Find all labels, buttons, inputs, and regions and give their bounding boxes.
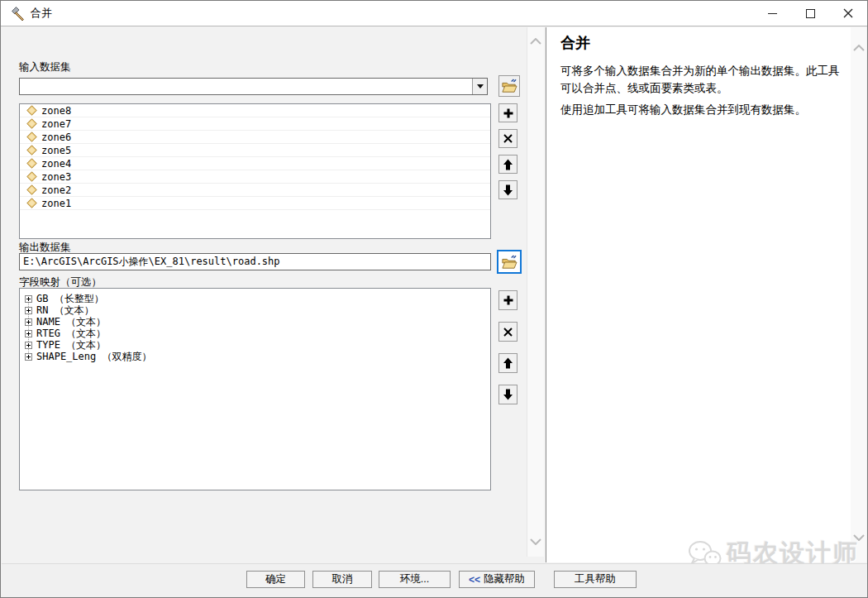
help-panel: 合并 可将多个输入数据集合并为新的单个输出数据集。此工具可以合并点、线或面要素类… — [546, 27, 851, 562]
list-item-label: zone4 — [41, 158, 71, 170]
dropdown-arrow-icon — [477, 84, 484, 89]
expand-plus-icon[interactable] — [25, 353, 32, 361]
parameters-pane: 输入数据集 zone8 zone7 — [2, 27, 526, 562]
x-icon — [503, 134, 513, 143]
maximize-icon — [806, 9, 815, 18]
footer-bar: 确定 取消 环境... << 隐藏帮助 工具帮助 — [2, 563, 867, 597]
list-item-label: zone8 — [41, 105, 71, 117]
add-field-button[interactable] — [498, 290, 517, 310]
input-datasets-list[interactable]: zone8 zone7 zone6 zone5 zone4 zone3 — [19, 103, 491, 239]
tool-help-button-label: 工具帮助 — [575, 572, 616, 586]
list-item[interactable]: zone7 — [20, 117, 490, 131]
environments-button-label: 环境... — [400, 572, 429, 586]
down-arrow-icon — [503, 184, 513, 196]
scroll-up-icon[interactable] — [851, 41, 866, 55]
browse-output-button[interactable] — [497, 250, 522, 274]
ok-button[interactable]: 确定 — [246, 571, 305, 588]
input-datasets-combobox[interactable] — [19, 78, 488, 95]
add-input-button[interactable] — [498, 103, 517, 122]
minimize-icon — [768, 13, 777, 14]
dataset-diamond-icon — [26, 198, 37, 208]
tree-item-label: SHAPE_Leng （双精度） — [36, 350, 151, 364]
list-item[interactable]: zone4 — [20, 157, 490, 170]
toggle-help-button-label: 隐藏帮助 — [484, 572, 525, 586]
expand-plus-icon[interactable] — [25, 342, 32, 349]
window-controls — [753, 1, 867, 26]
cancel-button-label: 取消 — [332, 572, 353, 586]
input-datasets-combobox-text[interactable] — [20, 79, 472, 94]
move-down-input-button[interactable] — [498, 180, 517, 199]
up-arrow-icon — [503, 357, 513, 369]
merge-tool-dialog: 合并 输入数据集 — [0, 0, 868, 598]
dataset-diamond-icon — [26, 132, 37, 142]
dataset-diamond-icon — [26, 105, 37, 116]
titlebar: 合并 — [1, 1, 867, 26]
up-arrow-icon — [503, 159, 513, 170]
combobox-dropdown-button[interactable] — [472, 79, 487, 94]
close-icon — [843, 8, 853, 18]
list-item-label: zone5 — [41, 145, 71, 156]
list-item[interactable]: zone3 — [20, 170, 490, 184]
help-paragraph: 可将多个输入数据集合并为新的单个输出数据集。此工具可以合并点、线或面要素类或表。 — [560, 62, 846, 97]
remove-input-button[interactable] — [498, 129, 517, 148]
environments-button[interactable]: 环境... — [379, 571, 451, 588]
down-arrow-icon — [503, 389, 513, 400]
output-dataset-input[interactable] — [19, 253, 491, 270]
double-chevron-left-icon: << — [469, 574, 480, 586]
list-item-label: zone1 — [41, 198, 71, 209]
scroll-down-icon[interactable] — [527, 534, 544, 548]
maximize-button[interactable] — [791, 1, 829, 26]
list-item[interactable]: zone8 — [20, 104, 490, 117]
dataset-diamond-icon — [26, 158, 37, 169]
list-item-label: zone7 — [41, 118, 71, 130]
open-folder-icon — [501, 255, 517, 270]
scroll-up-icon[interactable] — [527, 34, 544, 48]
hammer-tool-icon — [10, 6, 26, 22]
expand-plus-icon[interactable] — [25, 330, 32, 337]
help-title: 合并 — [560, 33, 590, 53]
tool-help-button[interactable]: 工具帮助 — [554, 571, 637, 588]
list-item[interactable]: zone5 — [20, 144, 490, 157]
help-paragraph: 使用追加工具可将输入数据集合并到现有数据集。 — [560, 101, 846, 118]
expand-plus-icon[interactable] — [25, 318, 32, 326]
list-item-label: zone2 — [41, 184, 71, 196]
plus-icon — [503, 108, 514, 119]
dataset-diamond-icon — [26, 184, 37, 195]
list-item-label: zone3 — [41, 171, 71, 183]
expand-plus-icon[interactable] — [25, 295, 32, 303]
input-datasets-label: 输入数据集 — [19, 60, 71, 74]
dataset-diamond-icon — [26, 118, 37, 129]
parameters-scrollbar[interactable] — [527, 27, 544, 557]
move-down-field-button[interactable] — [498, 385, 517, 404]
help-scrollbar[interactable] — [851, 27, 866, 562]
move-up-input-button[interactable] — [498, 155, 517, 174]
field-map-tree[interactable]: GB （长整型） RN （文本） NAME （文本） RTEG （文本） TYP… — [19, 288, 491, 490]
remove-field-button[interactable] — [498, 322, 517, 342]
window-title: 合并 — [31, 1, 52, 26]
tree-item[interactable]: SHAPE_Leng （双精度） — [20, 351, 490, 362]
open-folder-icon — [501, 79, 517, 93]
expand-plus-icon[interactable] — [25, 307, 32, 314]
list-item[interactable]: zone6 — [20, 131, 490, 144]
minimize-button[interactable] — [753, 1, 791, 26]
cancel-button[interactable]: 取消 — [312, 571, 372, 588]
x-icon — [503, 328, 513, 337]
dataset-diamond-icon — [26, 145, 37, 155]
dataset-diamond-icon — [26, 171, 37, 182]
list-item-label: zone6 — [41, 132, 71, 143]
browse-input-button[interactable] — [498, 75, 520, 97]
list-item[interactable]: zone2 — [20, 184, 490, 197]
close-button[interactable] — [829, 1, 867, 26]
ok-button-label: 确定 — [265, 572, 286, 586]
plus-icon — [503, 294, 514, 306]
toggle-help-button[interactable]: << 隐藏帮助 — [459, 571, 535, 588]
move-up-field-button[interactable] — [498, 353, 517, 373]
list-item[interactable]: zone1 — [20, 197, 490, 210]
